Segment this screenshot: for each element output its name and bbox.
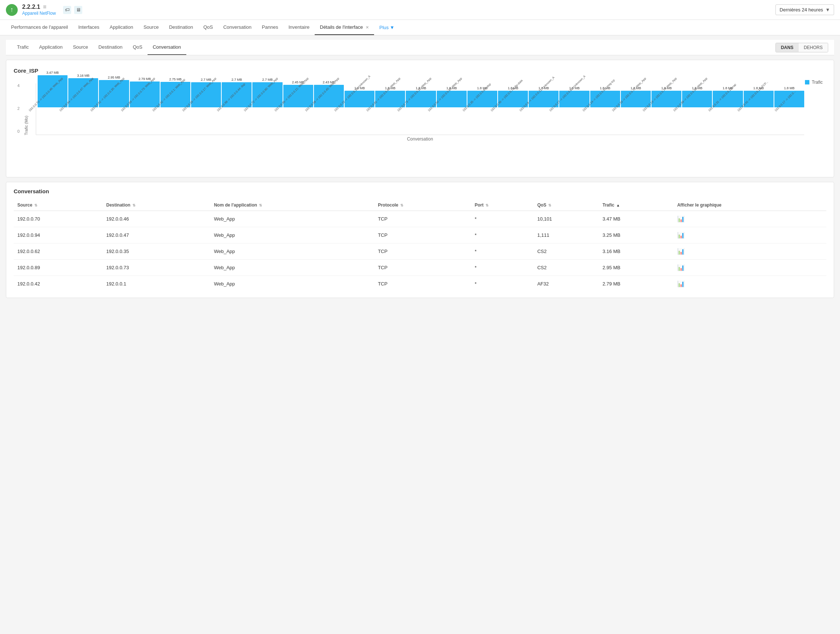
sort-icon-protocol: ⇅ [400, 203, 403, 207]
cell-qos: CS2 [534, 243, 599, 260]
cell-app: Web_App [210, 276, 374, 292]
cell-graph[interactable]: 📊 [674, 227, 826, 243]
nav-tab-pannes[interactable]: Pannes [257, 20, 283, 35]
more-arrow-icon: ▼ [390, 25, 395, 30]
graph-bar-icon[interactable]: 📊 [677, 281, 685, 287]
tab-close-icon[interactable]: ✕ [366, 25, 369, 30]
legend-color-box [805, 80, 809, 84]
cell-app: Web_App [210, 260, 374, 276]
cell-protocol: TCP [374, 276, 471, 292]
cell-graph[interactable]: 📊 [674, 276, 826, 292]
nav-tab-qos[interactable]: QoS [198, 20, 218, 35]
cell-app: Web_App [210, 211, 374, 227]
col-port[interactable]: Port ⇅ [471, 200, 534, 211]
hamburger-icon[interactable]: ≡ [43, 4, 46, 10]
sub-tab-application[interactable]: Application [34, 40, 68, 55]
cell-port: * [471, 243, 534, 260]
monitor-icon[interactable]: 🖥 [74, 6, 82, 14]
sort-icon-port: ⇅ [485, 203, 488, 207]
table-body: 192.0.0.70 192.0.0.46 Web_App TCP * 10,1… [14, 211, 826, 292]
cell-graph[interactable]: 📊 [674, 211, 826, 227]
y-axis-labels: 4 2 0 [17, 84, 19, 135]
nav-tab-conversation[interactable]: Conversation [218, 20, 257, 35]
direction-dehors-button[interactable]: DEHORS [799, 43, 828, 52]
table-row: 192.0.0.62 192.0.0.35 Web_App TCP * CS2 … [14, 243, 826, 260]
nav-tabs: Performances de l'appareil Interfaces Ap… [0, 20, 840, 35]
time-selector[interactable]: Dernières 24 heures ▼ [775, 5, 834, 15]
col-trafic[interactable]: Trafic ▲ [599, 200, 673, 211]
cell-protocol: TCP [374, 260, 471, 276]
cell-source: 192.0.0.89 [14, 260, 103, 276]
cell-port: * [471, 211, 534, 227]
cell-app: Web_App [210, 243, 374, 260]
table-row: 192.0.0.89 192.0.0.73 Web_App TCP * CS2 … [14, 260, 826, 276]
sort-icon-trafic: ▲ [616, 203, 620, 207]
col-destination[interactable]: Destination ⇅ [103, 200, 210, 211]
sub-tab-conversation[interactable]: Conversation [148, 40, 186, 55]
sub-tabs-bar: Trafic Application Source Destination Qo… [6, 40, 834, 55]
sort-icon-qos: ⇅ [548, 203, 551, 207]
device-link[interactable]: Appareil NetFlow [22, 11, 56, 16]
tag-icon[interactable]: 🏷 [63, 6, 71, 14]
cell-protocol: TCP [374, 211, 471, 227]
header: ↑ 2.2.2.1 ≡ Appareil NetFlow 🏷 🖥 Dernièr… [0, 0, 840, 20]
cell-destination: 192.0.0.1 [103, 276, 210, 292]
nav-tab-performances[interactable]: Performances de l'appareil [6, 20, 73, 35]
table-title: Conversation [14, 188, 826, 194]
sort-icon-destination: ⇅ [133, 203, 136, 207]
sort-icon-source: ⇅ [34, 203, 37, 207]
content-area: Trafic Application Source Destination Qo… [0, 35, 840, 303]
dropdown-arrow-icon: ▼ [825, 7, 830, 13]
nav-tab-destination[interactable]: Destination [164, 20, 198, 35]
nav-tab-more[interactable]: Plus ▼ [374, 20, 399, 35]
cell-destination: 192.0.0.73 [103, 260, 210, 276]
cell-trafic: 3.25 MB [599, 227, 673, 243]
device-info: 2.2.2.1 ≡ Appareil NetFlow [22, 4, 56, 16]
cell-trafic: 2.79 MB [599, 276, 673, 292]
cell-qos: 10,101 [534, 211, 599, 227]
chart-legend: Trafic [805, 80, 823, 85]
cell-destination: 192.0.0.35 [103, 243, 210, 260]
cell-qos: CS2 [534, 260, 599, 276]
cell-protocol: TCP [374, 243, 471, 260]
col-protocol[interactable]: Protocole ⇅ [374, 200, 471, 211]
chart-bar-0: 3.47 MB192.0.0.70 -> 192.0.0.46: Web_App [38, 71, 68, 135]
cell-source: 192.0.0.42 [14, 276, 103, 292]
sub-tab-destination[interactable]: Destination [93, 40, 128, 55]
nav-tab-application[interactable]: Application [104, 20, 138, 35]
cell-source: 192.0.0.62 [14, 243, 103, 260]
cell-destination: 192.0.0.47 [103, 227, 210, 243]
table-row: 192.0.0.94 192.0.0.47 Web_App TCP * 1,11… [14, 227, 826, 243]
direction-dans-button[interactable]: DANS [776, 43, 799, 52]
graph-bar-icon[interactable]: 📊 [677, 232, 685, 238]
cell-graph[interactable]: 📊 [674, 260, 826, 276]
sub-tab-trafic[interactable]: Trafic [12, 40, 34, 55]
col-source[interactable]: Source ⇅ [14, 200, 103, 211]
chart-bar-5: 2.7 MB192.0.0.26 -> 192.0.0.17: Web_App [191, 78, 221, 135]
chart-container: Trafic Trafic (Mo) 4 2 0 3.47 MB192.0.0.… [14, 80, 826, 171]
col-app[interactable]: Nom de l'application ⇅ [210, 200, 374, 211]
chart-card: Core_ISP Trafic Trafic (Mo) 4 2 0 3.47 M… [6, 60, 834, 177]
cell-app: Web_App [210, 227, 374, 243]
graph-bar-icon[interactable]: 📊 [677, 248, 685, 254]
table-header-row: Source ⇅ Destination ⇅ Nom de l'applicat… [14, 200, 826, 211]
cell-port: * [471, 227, 534, 243]
sub-tab-source[interactable]: Source [68, 40, 93, 55]
device-title: 2.2.2.1 [22, 4, 40, 10]
cell-trafic: 2.95 MB [599, 260, 673, 276]
nav-tab-interfaces[interactable]: Interfaces [73, 20, 104, 35]
chart-bar-1: 3.16 MB192.0.0.94 -> 192.0.0.47: Web_App [68, 74, 98, 135]
chart-bar-23: 1.8 MB192.0.0.41 -> 192.0.0.13: TCP... [744, 86, 774, 135]
col-qos[interactable]: QoS ⇅ [534, 200, 599, 211]
col-graph: Afficher le graphique [674, 200, 826, 211]
graph-bar-icon[interactable]: 📊 [677, 216, 685, 222]
sub-tab-qos[interactable]: QoS [128, 40, 148, 55]
graph-bar-icon[interactable]: 📊 [677, 265, 685, 271]
cell-protocol: TCP [374, 227, 471, 243]
nav-tab-details[interactable]: Détails de l'interface ✕ [315, 20, 374, 35]
logo-icon: ↑ [6, 4, 18, 16]
nav-tab-source[interactable]: Source [138, 20, 164, 35]
cell-source: 192.0.0.70 [14, 211, 103, 227]
cell-graph[interactable]: 📊 [674, 243, 826, 260]
nav-tab-inventaire[interactable]: Inventaire [283, 20, 315, 35]
